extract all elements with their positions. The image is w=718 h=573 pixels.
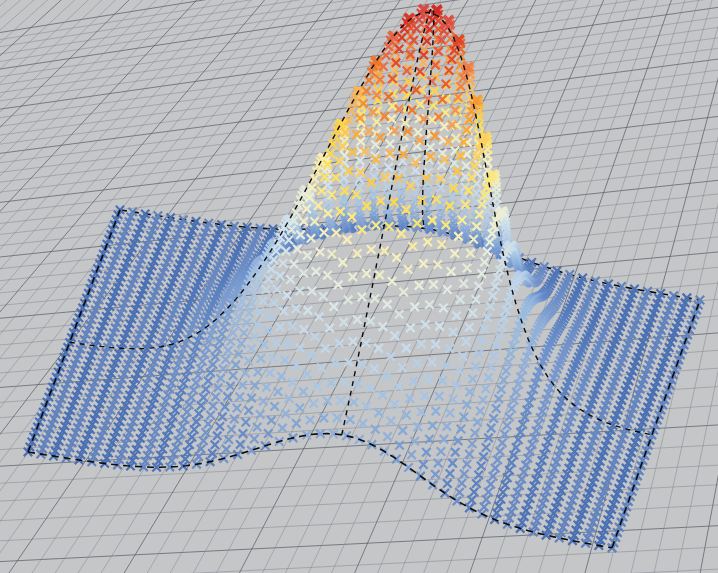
surface-plot-canvas [0,0,718,573]
perspective-viewport[interactable] [0,0,718,573]
